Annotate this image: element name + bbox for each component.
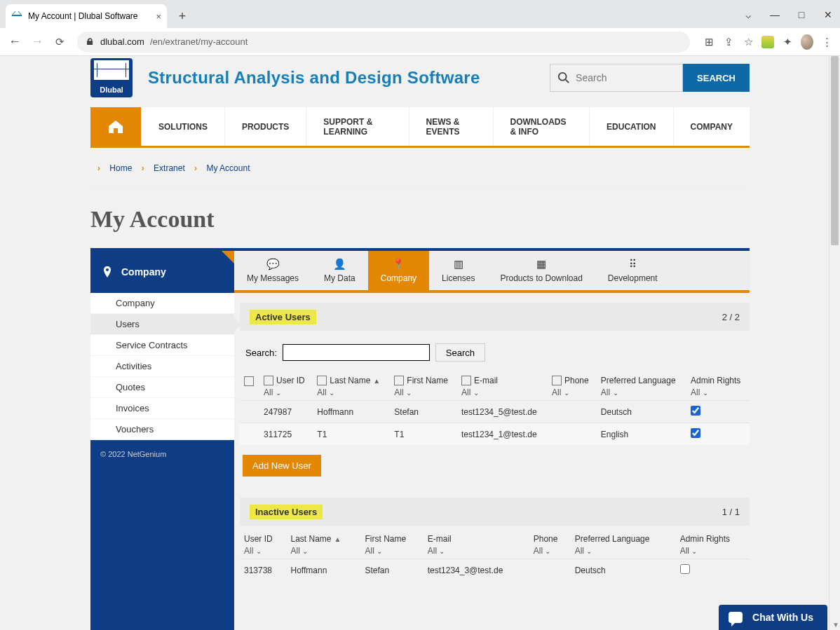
- col-admin-rights[interactable]: Admin RightsAll ⌄: [676, 531, 750, 559]
- nav-downloads[interactable]: DOWNLOADS & INFO: [494, 107, 590, 146]
- col-filter[interactable]: All ⌄: [601, 388, 682, 397]
- tab-development[interactable]: ⠿Development: [595, 251, 670, 290]
- active-users-header: Active Users 2 / 2: [240, 303, 750, 331]
- tab-licenses[interactable]: ▥Licenses: [429, 251, 487, 290]
- nav-solutions[interactable]: SOLUTIONS: [142, 107, 225, 146]
- col-filter[interactable]: All ⌄: [552, 388, 592, 397]
- table-row[interactable]: 247987HoffmannStefantest1234_5@test.deDe…: [240, 401, 750, 423]
- nav-company[interactable]: COMPANY: [674, 107, 750, 146]
- extensions-icon[interactable]: ✦: [781, 36, 794, 48]
- col-admin-rights[interactable]: Admin RightsAll ⌄: [686, 373, 750, 401]
- col-first-name[interactable]: First NameAll ⌄: [390, 373, 457, 401]
- nav-support[interactable]: SUPPORT & LEARNING: [306, 107, 409, 146]
- close-window-icon[interactable]: ✕: [822, 8, 834, 21]
- col-filter[interactable]: All ⌄: [317, 388, 386, 397]
- sidebar-item-company[interactable]: Company: [90, 293, 234, 314]
- col-filter[interactable]: All ⌄: [365, 546, 419, 556]
- col-preferred-language[interactable]: Preferred LanguageAll ⌄: [571, 531, 676, 559]
- search-label: Search:: [245, 348, 277, 358]
- profile-avatar[interactable]: [801, 34, 813, 50]
- col-filter[interactable]: All ⌄: [691, 388, 745, 397]
- sidebar-item-service-contracts[interactable]: Service Contracts: [90, 335, 234, 356]
- col-last-name[interactable]: Last Name ▲All ⌄: [313, 373, 390, 401]
- admin-checkbox[interactable]: [691, 406, 700, 416]
- col-user-id[interactable]: User IDAll ⌄: [240, 531, 287, 559]
- col-filter[interactable]: All ⌄: [394, 388, 453, 397]
- scroll-down-icon[interactable]: ▼: [832, 621, 839, 629]
- url-path: /en/extranet/my-account: [150, 36, 248, 47]
- sidebar-item-invoices[interactable]: Invoices: [90, 398, 234, 419]
- filter-checkbox[interactable]: [461, 376, 471, 385]
- users-search-button[interactable]: Search: [435, 343, 485, 362]
- sidebar-heading-text: Company: [121, 266, 166, 278]
- dropdown-icon[interactable]: ⌵: [742, 8, 754, 21]
- tab-company[interactable]: 📍Company: [368, 251, 429, 290]
- table-row[interactable]: 311725T1T1test1234_1@test.deEnglish: [240, 423, 750, 446]
- col-filter[interactable]: All ⌄: [428, 546, 525, 556]
- filter-checkbox[interactable]: [394, 376, 404, 385]
- col-filter[interactable]: All ⌄: [680, 546, 745, 556]
- site-logo[interactable]: Dlubal: [90, 58, 133, 97]
- minimize-icon[interactable]: —: [768, 8, 781, 21]
- back-button[interactable]: ←: [7, 34, 22, 49]
- scrollbar-thumb[interactable]: [831, 56, 839, 245]
- col-phone[interactable]: PhoneAll ⌄: [548, 373, 597, 401]
- col-phone[interactable]: PhoneAll ⌄: [529, 531, 571, 559]
- col-filter[interactable]: All ⌄: [244, 546, 283, 556]
- nav-education[interactable]: EDUCATION: [590, 107, 673, 146]
- users-search-input[interactable]: [283, 344, 430, 361]
- extension-icon[interactable]: [761, 36, 774, 48]
- col-first-name[interactable]: First NameAll ⌄: [360, 531, 423, 559]
- crumb-extranet[interactable]: Extranet: [154, 163, 185, 173]
- bookmark-icon[interactable]: ☆: [742, 36, 754, 48]
- tab-my-messages[interactable]: 💬My Messages: [234, 251, 311, 290]
- nav-news[interactable]: NEWS & EVENTS: [409, 107, 494, 146]
- filter-checkbox[interactable]: [317, 376, 327, 385]
- kebab-icon[interactable]: ⋮: [820, 36, 833, 48]
- col-e-mail[interactable]: E-mailAll ⌄: [457, 373, 548, 401]
- select-all-checkbox[interactable]: [244, 376, 254, 386]
- crumb-home[interactable]: Home: [109, 163, 132, 173]
- col-filter[interactable]: All ⌄: [575, 546, 672, 556]
- tab-icon: ▥: [454, 258, 463, 271]
- share-icon[interactable]: ⇪: [722, 36, 735, 48]
- sidebar-item-activities[interactable]: Activities: [90, 356, 234, 377]
- new-tab-button[interactable]: +: [172, 6, 192, 26]
- col-filter[interactable]: All ⌄: [264, 388, 309, 397]
- nav-products[interactable]: PRODUCTS: [225, 107, 306, 146]
- admin-checkbox[interactable]: [691, 428, 700, 438]
- close-icon[interactable]: ×: [156, 11, 161, 22]
- admin-checkbox[interactable]: [680, 564, 690, 574]
- col-preferred-language[interactable]: Preferred LanguageAll ⌄: [597, 373, 686, 401]
- tab-label: My Messages: [247, 273, 299, 283]
- filter-checkbox[interactable]: [552, 376, 562, 385]
- site-search-button[interactable]: SEARCH: [683, 64, 750, 92]
- col-filter[interactable]: All ⌄: [291, 546, 357, 556]
- col-last-name[interactable]: Last Name ▲All ⌄: [287, 531, 361, 559]
- col-filter[interactable]: All ⌄: [534, 546, 567, 556]
- chat-button[interactable]: Chat With Us: [719, 605, 827, 630]
- translate-icon[interactable]: ⊞: [703, 36, 715, 48]
- site-search-input[interactable]: Search: [550, 64, 683, 92]
- table-row[interactable]: 313738HoffmannStefantest1234_3@test.deDe…: [240, 559, 750, 582]
- browser-tab[interactable]: My Account | Dlubal Software ×: [6, 4, 167, 28]
- tab-products-to-download[interactable]: ▦Products to Download: [487, 251, 595, 290]
- url-input[interactable]: 🔒︎ dlubal.com/en/extranet/my-account: [77, 32, 690, 53]
- filter-checkbox[interactable]: [264, 376, 273, 385]
- sidebar-item-users[interactable]: Users: [90, 314, 234, 335]
- reload-button[interactable]: ⟳: [52, 36, 67, 48]
- col-user-id[interactable]: User IDAll ⌄: [259, 373, 313, 401]
- sidebar-heading: Company: [90, 251, 234, 293]
- col-e-mail[interactable]: E-mailAll ⌄: [424, 531, 529, 559]
- add-user-button[interactable]: Add New User: [243, 455, 321, 477]
- sidebar-item-vouchers[interactable]: Vouchers: [90, 419, 234, 440]
- chevron-down-icon: ⌄: [439, 547, 445, 555]
- col-filter[interactable]: All ⌄: [461, 388, 543, 397]
- page-scrollbar[interactable]: ▲ ▼: [829, 56, 840, 630]
- maximize-icon[interactable]: □: [795, 8, 808, 21]
- nav-home[interactable]: [90, 107, 142, 146]
- inactive-users-title: Inactive Users: [250, 505, 323, 519]
- sidebar-item-quotes[interactable]: Quotes: [90, 377, 234, 398]
- col-label: Admin Rights: [680, 534, 730, 544]
- tab-my-data[interactable]: 👤My Data: [311, 251, 368, 290]
